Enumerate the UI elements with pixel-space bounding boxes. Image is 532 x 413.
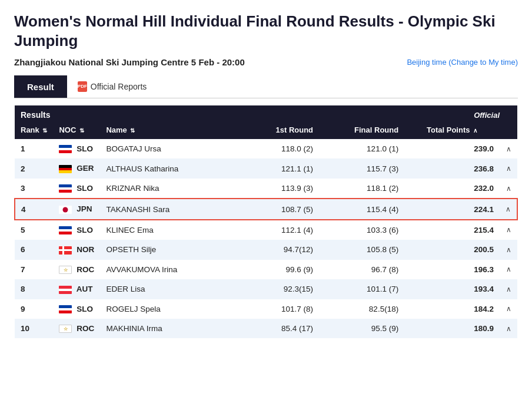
cell-rank: 1 bbox=[15, 139, 53, 158]
cell-total-points: 196.3 bbox=[404, 260, 500, 279]
cell-final-round: 96.7 (8) bbox=[319, 260, 404, 279]
cell-final-round: 95.5 (9) bbox=[319, 319, 404, 338]
cell-final-round: 118.1 (2) bbox=[319, 179, 404, 199]
cell-total-points: 232.0 bbox=[404, 179, 500, 199]
cell-total-points: 236.8 bbox=[404, 158, 500, 178]
table-row: 5 SLO KLINEC Ema 112.1 (4) 103.3 (6) 215… bbox=[15, 220, 517, 240]
flag-icon bbox=[59, 305, 72, 313]
flag-icon bbox=[59, 226, 72, 234]
cell-rank: 10 bbox=[15, 319, 53, 338]
table-row: 9 SLO ROGELJ Spela 101.7 (8) 82.5(18) 18… bbox=[15, 299, 517, 319]
cell-rank: 2 bbox=[15, 158, 53, 178]
cell-first-round: 101.7 (8) bbox=[244, 299, 320, 319]
cell-final-round: 105.8 (5) bbox=[319, 240, 404, 259]
cell-total-points: 200.5 bbox=[404, 240, 500, 259]
cell-expand-arrow[interactable]: ∧ bbox=[500, 199, 517, 219]
cell-final-round: 115.7 (3) bbox=[319, 158, 404, 178]
flag-icon bbox=[59, 246, 72, 255]
cell-first-round: 113.9 (3) bbox=[244, 179, 320, 199]
cell-name: TAKANASHI Sara bbox=[100, 199, 244, 219]
page-title: Women's Normal Hill Individual Final Rou… bbox=[14, 12, 518, 50]
cell-first-round: 118.0 (2) bbox=[244, 139, 320, 158]
pdf-icon: PDF bbox=[78, 81, 87, 92]
cell-first-round: 94.7(12) bbox=[244, 240, 320, 259]
timezone-link[interactable]: Beijing time (Change to My time) bbox=[407, 58, 518, 67]
cell-rank: 7 bbox=[15, 260, 53, 279]
table-row: 10 ROC MAKHINIA Irma 85.4 (17) 95.5 (9) … bbox=[15, 319, 517, 338]
cell-name: EDER Lisa bbox=[100, 279, 244, 299]
cell-final-round: 103.3 (6) bbox=[319, 220, 404, 240]
cell-noc: NOR bbox=[53, 240, 100, 259]
cell-total-points: 215.4 bbox=[404, 220, 500, 240]
cell-rank: 6 bbox=[15, 240, 53, 259]
cell-expand-arrow[interactable]: ∧ bbox=[500, 139, 517, 158]
flag-icon bbox=[59, 286, 72, 294]
cell-final-round: 121.0 (1) bbox=[319, 139, 404, 158]
table-row: 2 GER ALTHAUS Katharina 121.1 (1) 115.7 … bbox=[15, 158, 517, 178]
venue-text: Zhangjiakou National Ski Jumping Centre … bbox=[14, 57, 245, 67]
cell-expand-arrow[interactable]: ∧ bbox=[500, 179, 517, 199]
official-label: Official bbox=[404, 105, 517, 121]
tab-official-reports[interactable]: PDF Official Reports bbox=[67, 75, 157, 98]
rank-sort-icon: ⇅ bbox=[42, 127, 47, 134]
cell-total-points: 239.0 bbox=[404, 139, 500, 158]
flag-icon bbox=[59, 184, 72, 193]
cell-name: KLINEC Ema bbox=[100, 220, 244, 240]
cell-rank: 3 bbox=[15, 179, 53, 199]
results-tbody: 1 SLO BOGATAJ Ursa 118.0 (2) 121.0 (1) 2… bbox=[15, 139, 517, 338]
cell-noc: ROC bbox=[53, 260, 100, 279]
cell-expand-arrow[interactable]: ∧ bbox=[500, 260, 517, 279]
tab-official-label: Official Reports bbox=[91, 82, 147, 91]
tabs-row: Result PDF Official Reports bbox=[14, 75, 518, 98]
total-sort-icon: ∧ bbox=[473, 127, 477, 134]
cell-final-round: 82.5(18) bbox=[319, 299, 404, 319]
table-row: 6 NOR OPSETH Silje 94.7(12) 105.8 (5) 20… bbox=[15, 240, 517, 259]
cell-first-round: 121.1 (1) bbox=[244, 158, 320, 178]
cell-total-points: 180.9 bbox=[404, 319, 500, 338]
cell-noc: SLO bbox=[53, 220, 100, 240]
cell-expand-arrow[interactable]: ∧ bbox=[500, 299, 517, 319]
cell-rank: 4 bbox=[15, 199, 53, 219]
th-final-round: Final Round bbox=[319, 121, 404, 139]
tab-result[interactable]: Result bbox=[14, 75, 67, 98]
cell-name: ALTHAUS Katharina bbox=[100, 158, 244, 178]
cell-expand-arrow[interactable]: ∧ bbox=[500, 220, 517, 240]
col-headers-row: Rank ⇅ NOC ⇅ Name ⇅ 1st Round Final Roun… bbox=[15, 121, 517, 139]
cell-name: OPSETH Silje bbox=[100, 240, 244, 259]
th-rank[interactable]: Rank ⇅ bbox=[15, 121, 53, 139]
cell-noc: SLO bbox=[53, 179, 100, 199]
flag-icon bbox=[59, 206, 72, 214]
cell-expand-arrow[interactable]: ∧ bbox=[500, 319, 517, 338]
table-row: 8 AUT EDER Lisa 92.3(15) 101.1 (7) 193.4… bbox=[15, 279, 517, 299]
cell-first-round: 108.7 (5) bbox=[244, 199, 320, 219]
flag-icon bbox=[59, 165, 72, 173]
cell-name: AVVAKUMOVA Irina bbox=[100, 260, 244, 279]
cell-first-round: 112.1 (4) bbox=[244, 220, 320, 240]
cell-expand-arrow[interactable]: ∧ bbox=[500, 240, 517, 259]
th-spacer bbox=[500, 121, 517, 139]
cell-name: ROGELJ Spela bbox=[100, 299, 244, 319]
cell-total-points: 193.4 bbox=[404, 279, 500, 299]
section-label: Results bbox=[15, 105, 404, 121]
flag-icon bbox=[59, 145, 72, 153]
cell-noc: AUT bbox=[53, 279, 100, 299]
name-sort-icon: ⇅ bbox=[130, 127, 135, 134]
table-row: 7 ROC AVVAKUMOVA Irina 99.6 (9) 96.7 (8)… bbox=[15, 260, 517, 279]
th-noc[interactable]: NOC ⇅ bbox=[53, 121, 100, 139]
cell-noc: SLO bbox=[53, 139, 100, 158]
table-row: 3 SLO KRIZNAR Nika 113.9 (3) 118.1 (2) 2… bbox=[15, 179, 517, 199]
cell-expand-arrow[interactable]: ∧ bbox=[500, 279, 517, 299]
cell-noc: ROC bbox=[53, 319, 100, 338]
cell-name: MAKHINIA Irma bbox=[100, 319, 244, 338]
table-row: 4 JPN TAKANASHI Sara 108.7 (5) 115.4 (4)… bbox=[15, 199, 517, 219]
cell-name: BOGATAJ Ursa bbox=[100, 139, 244, 158]
cell-final-round: 115.4 (4) bbox=[319, 199, 404, 219]
th-name[interactable]: Name ⇅ bbox=[100, 121, 244, 139]
table-row: 1 SLO BOGATAJ Ursa 118.0 (2) 121.0 (1) 2… bbox=[15, 139, 517, 158]
noc-sort-icon: ⇅ bbox=[79, 127, 84, 134]
th-total-points[interactable]: Total Points ∧ bbox=[404, 121, 500, 139]
cell-first-round: 85.4 (17) bbox=[244, 319, 320, 338]
cell-name: KRIZNAR Nika bbox=[100, 179, 244, 199]
cell-expand-arrow[interactable]: ∧ bbox=[500, 158, 517, 178]
cell-final-round: 101.1 (7) bbox=[319, 279, 404, 299]
